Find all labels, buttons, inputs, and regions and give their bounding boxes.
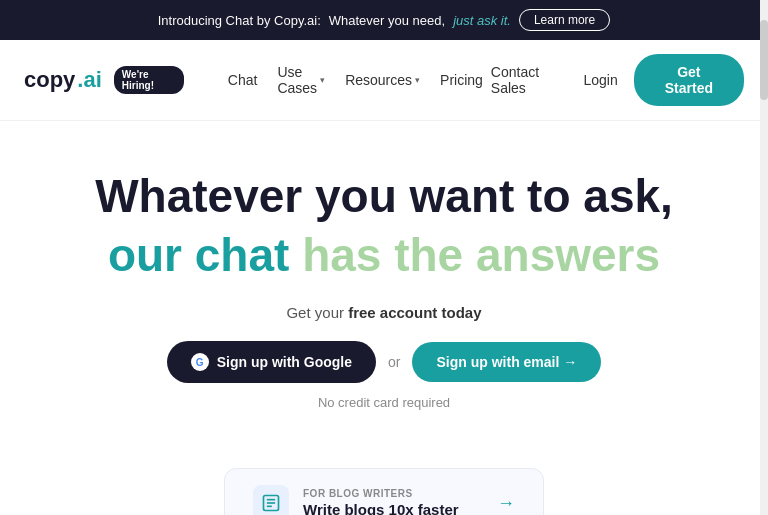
chevron-down-icon: ▾ xyxy=(415,75,420,85)
logo-dot: .ai xyxy=(77,67,101,93)
hero-title-line1: Whatever you want to ask, xyxy=(95,171,673,222)
hero-description: Get your free account today xyxy=(286,304,481,321)
scrollbar-thumb[interactable] xyxy=(760,20,768,100)
google-icon: G xyxy=(191,353,209,371)
logo-text: copy xyxy=(24,67,75,93)
navbar-left: copy.ai We're Hiring! Chat Use Cases ▾ R… xyxy=(24,58,491,102)
hiring-badge[interactable]: We're Hiring! xyxy=(114,66,184,94)
blog-card-text: FOR BLOG WRITERS Write blogs 10x faster xyxy=(303,488,483,515)
hero-section: Whatever you want to ask, our chat has t… xyxy=(0,121,768,440)
email-signup-button[interactable]: Sign up with email → xyxy=(412,342,601,382)
cta-row: G Sign up with Google or Sign up with em… xyxy=(167,341,602,383)
nav-links: Chat Use Cases ▾ Resources ▾ Pricing xyxy=(220,58,491,102)
blog-card-title: Write blogs 10x faster xyxy=(303,501,483,515)
hero-desc-bold: free account today xyxy=(348,304,481,321)
navbar-right: Contact Sales Login Get Started xyxy=(491,54,744,106)
banner-highlight: just ask it. xyxy=(453,13,511,28)
blog-card-label: FOR BLOG WRITERS xyxy=(303,488,483,499)
banner-message: Whatever you need, xyxy=(329,13,445,28)
nav-resources[interactable]: Resources ▾ xyxy=(337,66,428,94)
nav-use-cases[interactable]: Use Cases ▾ xyxy=(269,58,333,102)
login-button[interactable]: Login xyxy=(583,72,617,88)
hero-title-line2: our chat has the answers xyxy=(108,230,660,281)
nav-chat[interactable]: Chat xyxy=(220,66,266,94)
navbar: copy.ai We're Hiring! Chat Use Cases ▾ R… xyxy=(0,40,768,121)
get-started-button[interactable]: Get Started xyxy=(634,54,744,106)
scrollbar[interactable] xyxy=(760,0,768,515)
banner-intro: Introducing Chat by Copy.ai: xyxy=(158,13,321,28)
logo[interactable]: copy.ai xyxy=(24,67,102,93)
bottom-card-area: FOR BLOG WRITERS Write blogs 10x faster … xyxy=(0,468,768,515)
no-credit-card-text: No credit card required xyxy=(318,395,450,410)
top-banner: Introducing Chat by Copy.ai: Whatever yo… xyxy=(0,0,768,40)
chevron-down-icon: ▾ xyxy=(320,75,325,85)
hero-subtitle-teal: our chat xyxy=(108,229,302,281)
or-separator: or xyxy=(388,354,400,370)
learn-more-button[interactable]: Learn more xyxy=(519,9,610,31)
google-signup-button[interactable]: G Sign up with Google xyxy=(167,341,376,383)
blog-writers-card[interactable]: FOR BLOG WRITERS Write blogs 10x faster … xyxy=(224,468,544,515)
contact-sales-link[interactable]: Contact Sales xyxy=(491,64,568,96)
hero-subtitle-light: has the answers xyxy=(302,229,660,281)
blog-card-icon xyxy=(253,485,289,515)
nav-pricing[interactable]: Pricing xyxy=(432,66,491,94)
card-arrow-icon: → xyxy=(497,493,515,514)
